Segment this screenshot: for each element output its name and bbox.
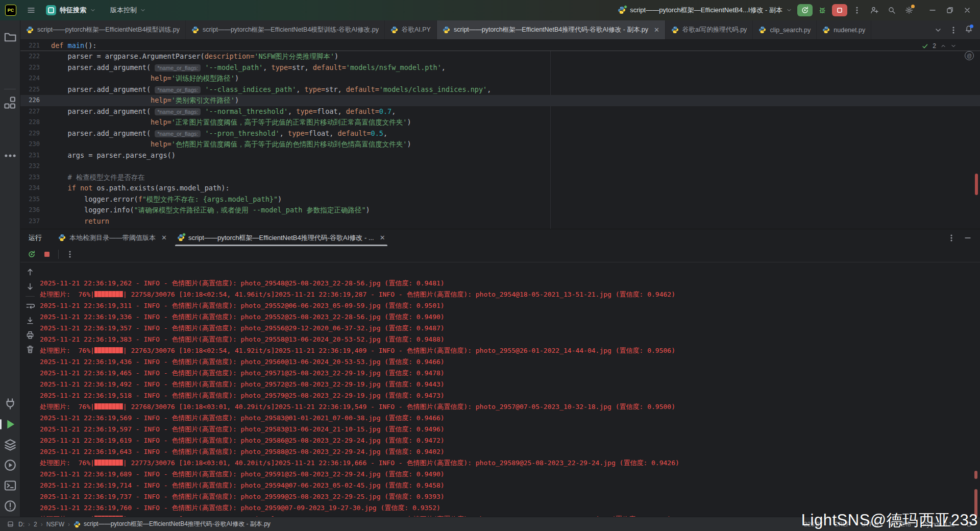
notification-dot — [970, 25, 973, 28]
tqdm-progress-bar — [94, 347, 123, 353]
editor-line-232[interactable]: 232 — [20, 161, 980, 172]
stop-solid-button[interactable] — [43, 250, 51, 258]
console-log-line: 2025-11-21 22:36:19,436 - INFO - 色情图片(高置… — [40, 356, 972, 368]
line-number: 236 — [20, 205, 51, 216]
chevron-down-icon — [140, 7, 146, 13]
services-icon[interactable] — [4, 458, 17, 472]
chevron-down-icon[interactable] — [950, 43, 957, 49]
console-output[interactable]: 2025-11-21 22:36:19,262 - INFO - 色情图片(高置… — [40, 262, 972, 517]
editor-line-225[interactable]: 225 parser.add_argument( *name_or_flags:… — [20, 84, 980, 95]
editor-tab-3[interactable]: script——pytorch框架—EfficientNetB4推理代码-谷歌A… — [437, 20, 666, 39]
chevron-up-icon[interactable] — [940, 43, 946, 49]
stop-button[interactable] — [832, 4, 847, 16]
editor-line-231[interactable]: 231 args = parser.parse_args() — [20, 150, 980, 161]
editor-line-235[interactable]: 235 logger.error(f"模型文件不存在: {args.model_… — [20, 194, 980, 205]
line-number: 221 — [20, 40, 51, 51]
run-tab-0[interactable]: 本地检测目录——带阈值版本✕ — [53, 229, 172, 246]
editor-line-237[interactable]: 237 return — [20, 216, 980, 227]
run-config-selector[interactable]: script——pytorch框架—EfficientNetB4...I修改 -… — [615, 6, 795, 15]
plug-icon[interactable] — [4, 397, 17, 411]
editor-line-236[interactable]: 236 logger.info("请确保模型文件路径正确，或者使用 --mode… — [20, 205, 980, 216]
ai-assistant-icon[interactable]: @ — [965, 51, 974, 60]
console-log-line: 2025-11-21 22:36:19,619 - INFO - 色情图片(高置… — [40, 435, 972, 446]
run-tool-icon[interactable] — [4, 418, 17, 431]
editor-tab-4[interactable]: 谷歌ai写的推理代码.py — [666, 20, 753, 39]
editor-line-227[interactable]: 227 parser.add_argument( *name_or_flags:… — [20, 106, 980, 117]
console-gutter — [20, 268, 40, 354]
breadcrumb-item[interactable]: 2 — [34, 521, 37, 528]
editor-line-226[interactable]: 226 help='类别索引文件路径') — [20, 95, 980, 106]
arrow-down-icon[interactable] — [26, 282, 35, 291]
arrow-up-icon[interactable] — [26, 268, 35, 277]
editor-tab-5[interactable]: clip_search.py — [753, 20, 817, 39]
tab-close-icon[interactable]: ✕ — [161, 234, 167, 242]
restore-button[interactable] — [941, 3, 959, 18]
console-log-line: 2025-11-21 22:36:19,643 - INFO - 色情图片(高置… — [40, 446, 972, 457]
editor-tab-6[interactable]: nudenet.py — [817, 20, 871, 39]
inspection-count: 2 — [933, 42, 936, 50]
editor-line-223[interactable]: 223 parser.add_argument( *name_or_flags:… — [20, 62, 980, 74]
python-icon — [74, 521, 81, 528]
debug-button[interactable] — [815, 3, 830, 18]
editor-line-233[interactable]: 233 # 检查模型文件是否存在 — [20, 172, 980, 183]
close-button[interactable] — [959, 3, 976, 18]
running-dot — [624, 5, 627, 9]
folder-icon[interactable] — [4, 31, 17, 44]
more-actions-button[interactable] — [849, 3, 865, 18]
notifications-button[interactable] — [965, 25, 973, 35]
search-everywhere-button[interactable] — [884, 3, 899, 18]
vcs-widget[interactable]: 版本控制 — [110, 6, 146, 15]
run-tab-1[interactable]: script——pytorch框架—EfficientNetB4推理代码-谷歌A… — [172, 229, 390, 246]
editor-scrollbar-thumb[interactable] — [975, 174, 978, 195]
editor-line-230[interactable]: 230 help='色情图片置信度阈值，高于等于此值的色情图片移动到色情高置信度… — [20, 139, 980, 150]
editor-tab-0[interactable]: script——pytorch框架—EfficientNetB4模型训练.py — [20, 20, 186, 39]
breadcrumb-file[interactable]: script——pytorch框架—EfficientNetB4推理代码-谷歌A… — [74, 520, 271, 528]
code-with-me-button[interactable] — [867, 3, 882, 18]
terminal-icon[interactable] — [4, 479, 17, 492]
rerun-icon — [801, 6, 809, 14]
problems-icon[interactable] — [4, 499, 17, 513]
line-number: 224 — [20, 73, 51, 84]
kebab-icon[interactable] — [949, 26, 958, 34]
tab-close-icon[interactable]: ✕ — [654, 26, 659, 34]
line-number: 226 — [20, 95, 51, 106]
line-number: 222 — [20, 51, 51, 62]
chevron-down-icon[interactable] — [934, 26, 942, 34]
kebab-icon[interactable] — [947, 234, 955, 242]
line-number: 229 — [20, 128, 51, 139]
printer-icon[interactable] — [26, 330, 35, 340]
breadcrumb-item[interactable]: NSFW — [46, 521, 64, 528]
editor-line-234[interactable]: 234 if not os.path.exists(args.model_pat… — [20, 183, 980, 194]
code-editor[interactable]: 221 def main(): 222 parser = argparse.Ar… — [20, 40, 980, 229]
running-dot — [182, 233, 186, 236]
more-icon[interactable] — [4, 149, 17, 162]
trash-icon[interactable] — [26, 345, 35, 354]
minimize-button[interactable] — [924, 3, 941, 18]
line-number: 225 — [20, 84, 51, 95]
editor-tab-1[interactable]: script——pytorch框架—EfficientNetB4模型训练-谷歌A… — [186, 20, 385, 39]
layers-icon[interactable] — [4, 438, 17, 451]
project-widget[interactable]: 特征搜索 — [42, 3, 100, 18]
tab-close-icon[interactable]: ✕ — [380, 234, 385, 242]
console-log-line: 2025-11-21 22:36:19,311 - INFO - 色情图片(高置… — [40, 300, 972, 311]
editor-tab-2[interactable]: 谷歌AI.PY — [385, 20, 437, 39]
soft-wrap-icon[interactable] — [26, 302, 35, 311]
editor-line-228[interactable]: 228 help='正常图片置信度阈值，高于等于此值的正常图片移动到正常高置信度… — [20, 117, 980, 128]
hide-icon[interactable] — [964, 234, 972, 242]
scroll-end-icon[interactable] — [26, 316, 35, 325]
tool-window-dock-icon[interactable] — [7, 521, 14, 527]
kebab-icon[interactable] — [66, 250, 74, 258]
editor-line-229[interactable]: 229 parser.add_argument( *name_or_flags:… — [20, 128, 980, 139]
editor-line-222[interactable]: 222 parser = argparse.ArgumentParser(des… — [20, 51, 980, 62]
main-menu-button[interactable] — [23, 3, 39, 18]
settings-button[interactable] — [901, 3, 917, 18]
editor-line-224[interactable]: 224 help='训练好的模型路径') — [20, 73, 980, 84]
breadcrumb-item[interactable]: D: — [18, 521, 24, 528]
rerun-button[interactable] — [28, 250, 36, 258]
structure-icon[interactable] — [4, 96, 17, 109]
code-line: logger.error(f"模型文件不存在: {args.model_path… — [51, 194, 282, 205]
tab-label: clip_search.py — [770, 27, 811, 34]
run-button[interactable] — [797, 4, 813, 16]
inspection-widget[interactable]: 2 — [922, 42, 957, 50]
console-log-line: 2025-11-21 22:36:19,357 - INFO - 色情图片(高置… — [40, 323, 972, 334]
